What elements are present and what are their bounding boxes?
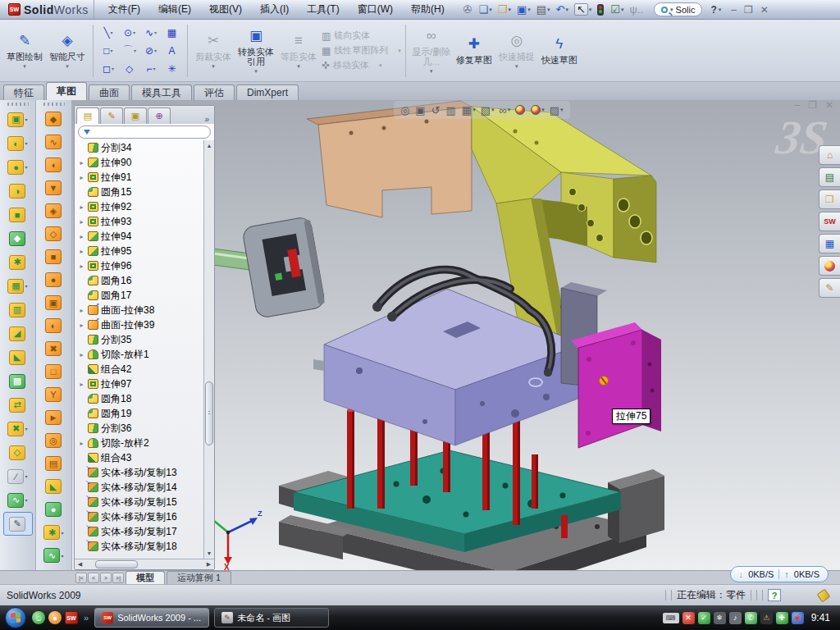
dropdown-caret-icon[interactable]: ▾ bbox=[527, 7, 531, 13]
move-entities-button[interactable]: ✜ 移动实体 ▾ bbox=[322, 59, 401, 71]
scroll-left-icon[interactable]: ◀ bbox=[75, 561, 85, 568]
tooling-split-icon[interactable]: □ bbox=[36, 360, 71, 383]
parting-line-icon[interactable]: ◈ bbox=[36, 199, 71, 222]
dropdown-caret-icon[interactable]: ▾ bbox=[398, 48, 401, 54]
dropdown-caret-icon[interactable]: ▾ bbox=[547, 7, 550, 13]
expand-arrow-icon[interactable]: ▸ bbox=[78, 351, 85, 358]
dropdown-caret-icon[interactable]: ▾ bbox=[472, 107, 476, 113]
line-tool-icon[interactable]: ╲ ▾ bbox=[98, 24, 119, 42]
solidworks-resources-tab[interactable]: ⌂ bbox=[819, 145, 840, 165]
taskbar-clock[interactable]: 9:41 bbox=[811, 612, 830, 623]
rib-icon[interactable]: ■ bbox=[0, 203, 35, 226]
section-view-icon[interactable]: ▥ bbox=[446, 104, 457, 116]
dimxpertmanager-tab[interactable]: ⊕ bbox=[148, 107, 171, 124]
dropdown-caret-icon[interactable]: ▾ bbox=[508, 107, 511, 113]
dropdown-caret-icon[interactable]: ▾ bbox=[212, 63, 215, 70]
network-speed-monitor[interactable]: ↓ 0KB/S ↑ 0KB/S bbox=[730, 566, 829, 582]
expand-arrow-icon[interactable]: ▸ bbox=[78, 262, 85, 270]
dropdown-caret-icon[interactable]: ▾ bbox=[111, 30, 113, 35]
dropdown-caret-icon[interactable]: ▾ bbox=[111, 48, 113, 53]
feature-tree-item[interactable]: ▸ 切除-放样1 bbox=[78, 347, 203, 362]
dropdown-caret-icon[interactable]: ▾ bbox=[23, 63, 26, 70]
freeform-icon[interactable]: ∿ ▾ bbox=[36, 544, 71, 567]
ribbon-tab[interactable]: 模具工具 bbox=[131, 84, 192, 100]
feature-tree-item[interactable]: 圆角16 bbox=[78, 273, 203, 288]
hide-show-items-icon[interactable]: ∞ ▾ bbox=[499, 104, 510, 116]
feature-tree-item[interactable]: 分割35 bbox=[78, 332, 203, 347]
feature-tree-item[interactable]: ▸ 曲面-拉伸39 bbox=[78, 317, 203, 332]
dropdown-caret-icon[interactable]: ▾ bbox=[153, 66, 156, 71]
save-icon[interactable]: ▣ ▾ bbox=[515, 3, 532, 16]
propertymanager-tab[interactable]: ✎ bbox=[100, 107, 123, 124]
doc-close-button[interactable]: ✕ bbox=[825, 100, 833, 110]
solid-body-icon[interactable]: ◇ bbox=[0, 441, 35, 464]
selection-box-icon[interactable]: ▦ bbox=[162, 24, 183, 42]
restore-button[interactable]: ❐ bbox=[744, 5, 753, 15]
network-warning-icon[interactable]: ⚠ bbox=[760, 612, 773, 624]
slot-tool-icon[interactable]: ◻ ▾ bbox=[98, 60, 119, 78]
help-button[interactable]: ? bbox=[710, 4, 716, 16]
model-tab[interactable]: 模型 bbox=[126, 571, 165, 584]
feature-tree-item[interactable]: ▸ 拉伸90 bbox=[78, 155, 203, 170]
dropdown-caret-icon[interactable]: ▾ bbox=[61, 530, 63, 536]
dropdown-caret-icon[interactable]: ▾ bbox=[621, 7, 624, 13]
shut-off-surface-icon[interactable]: ◇ bbox=[36, 222, 71, 245]
convert-entities-button[interactable]: ▣ 转换实体引用 ▾ bbox=[235, 23, 277, 79]
options-icon[interactable]: ☑ ▾ bbox=[609, 3, 625, 16]
feature-tree-item[interactable]: ▸ 拉伸91 bbox=[78, 170, 203, 185]
doc-minimize-button[interactable]: – bbox=[794, 100, 800, 110]
expand-arrow-icon[interactable]: ▸ bbox=[78, 159, 85, 167]
circle-tool-icon[interactable]: ⊙ ▾ bbox=[119, 24, 140, 42]
graphics-area[interactable]: 3S bbox=[0, 100, 840, 570]
expand-arrow-icon[interactable]: ▸ bbox=[78, 174, 85, 181]
instant3d-icon[interactable]: ✎ bbox=[3, 512, 33, 536]
menu-item[interactable]: 编辑(E) bbox=[151, 1, 199, 18]
pin-icon[interactable]: ✇ bbox=[462, 3, 475, 16]
scale-icon[interactable]: ✱ ▾ bbox=[36, 521, 71, 544]
feature-tree-item[interactable]: ▸ 拉伸97 bbox=[78, 377, 203, 391]
feature-tree-item[interactable]: 组合43 bbox=[78, 450, 203, 465]
ribbon-tab[interactable]: 评估 bbox=[194, 84, 235, 100]
menu-item[interactable]: 帮助(H) bbox=[404, 1, 452, 18]
dropdown-caret-icon[interactable]: ▾ bbox=[541, 107, 545, 113]
tree-vertical-scrollbar[interactable]: ▲ ▼ bbox=[203, 140, 214, 559]
point-tool-icon[interactable]: ✳ bbox=[162, 60, 183, 78]
toolbar-grip[interactable] bbox=[7, 103, 29, 106]
view-palette-tab[interactable]: ▦ bbox=[819, 234, 840, 253]
search-dropdown-icon[interactable]: ▾ bbox=[670, 7, 673, 13]
dropdown-caret-icon[interactable]: ▾ bbox=[491, 107, 495, 113]
tag-icon[interactable] bbox=[817, 588, 831, 602]
dropdown-caret-icon[interactable]: ▾ bbox=[560, 107, 564, 113]
scroll-up-icon[interactable]: ▲ bbox=[207, 140, 212, 151]
text-tool-icon[interactable]: A bbox=[162, 42, 183, 60]
extruded-boss-icon[interactable]: ▣ ▾ bbox=[0, 107, 35, 131]
solidworks-community-tab[interactable]: SW bbox=[819, 212, 840, 231]
split-body-icon[interactable]: ◢ bbox=[0, 322, 35, 345]
select-arrow-icon[interactable]: ↖ ▾ bbox=[573, 2, 593, 16]
knit-surface-icon[interactable]: ▣ bbox=[36, 291, 71, 314]
dropdown-caret-icon[interactable]: ▾ bbox=[112, 66, 114, 71]
manager-overflow-chevron[interactable]: » bbox=[201, 115, 212, 124]
new-document-icon[interactable]: ❏ ▾ bbox=[477, 3, 494, 16]
quick-launch-chevron[interactable]: » bbox=[84, 613, 89, 623]
expand-arrow-icon[interactable]: ▸ bbox=[78, 381, 85, 388]
feature-tree-item[interactable]: ▸ 曲面-拉伸38 bbox=[78, 303, 203, 317]
linear-pattern-icon[interactable]: ▦ ▾ bbox=[0, 274, 35, 298]
shell-icon[interactable]: ▥ bbox=[0, 298, 35, 322]
dropdown-caret-icon[interactable]: ▾ bbox=[25, 116, 27, 122]
parting-surface-icon[interactable]: Y bbox=[36, 383, 71, 406]
dropdown-caret-icon[interactable]: ▾ bbox=[25, 140, 27, 146]
offset-entities-button[interactable]: ≡ 等距实体 ▾ bbox=[277, 23, 320, 79]
draft-analysis-icon[interactable]: ▼ bbox=[36, 176, 71, 199]
security-alert-icon[interactable]: ✕ bbox=[682, 612, 695, 624]
featuremanager-tab[interactable]: ▤ bbox=[76, 107, 99, 124]
insert-mold-folder-icon[interactable]: ► bbox=[36, 406, 71, 429]
dropdown-caret-icon[interactable]: ▾ bbox=[430, 68, 433, 75]
input-keyboard-icon[interactable]: ⌨ bbox=[663, 613, 679, 623]
feature-tree-item[interactable]: 分割36 bbox=[78, 421, 203, 436]
expand-arrow-icon[interactable]: ▸ bbox=[78, 203, 85, 211]
linear-sketch-pattern-button[interactable]: ▦ 线性草图阵列 ▾ bbox=[322, 44, 401, 57]
cavity-icon[interactable]: ◣ bbox=[36, 475, 71, 498]
dropdown-caret-icon[interactable]: ▾ bbox=[154, 48, 157, 53]
zoom-fit-icon[interactable]: ◎ bbox=[400, 104, 410, 116]
